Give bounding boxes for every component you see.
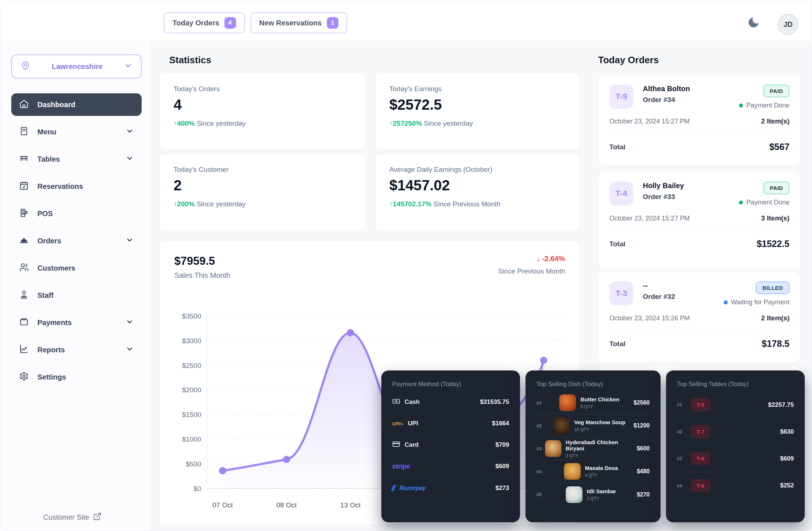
chart-point: [540, 357, 547, 364]
today-orders-count-badge: 4: [224, 17, 236, 29]
moon-icon: [747, 25, 760, 30]
dish-row: #5 Idli Sambar3 QTY $270: [536, 483, 650, 506]
sidebar-item-staff[interactable]: Staff: [11, 284, 142, 307]
table-rank-row: #3T-8 $609: [677, 445, 794, 472]
customer-site-link[interactable]: Customer Site: [43, 512, 102, 523]
today-orders-button-label: Today Orders: [172, 19, 219, 27]
total-label: Total: [609, 340, 625, 348]
sidebar-item-menu[interactable]: Menu: [11, 121, 142, 143]
sidebar-divider: [0, 88, 150, 88]
sidebar-item-customers[interactable]: Customers: [11, 257, 142, 279]
sidebar: Lawrenceshire Dashboard Menu Tables: [0, 41, 151, 531]
stat-delta: ↑145702.17% Since Previous Month: [389, 200, 566, 208]
stat-card-todays-earnings: Today's Earnings $2572.5 ↑257250% Since …: [375, 73, 580, 150]
order-card[interactable]: T-9 Althea Bolton Order #34 PAID Payment…: [598, 75, 801, 166]
dashboard-app: Today Orders 4 New Reservations 1 JD Law…: [0, 0, 812, 531]
order-card[interactable]: T-4 Holly Bailey Order #33 PAID Payment …: [598, 172, 801, 269]
panel-title: Top Selling Dish (Today): [536, 381, 650, 388]
divider: [609, 230, 789, 231]
sidebar-item-orders[interactable]: Orders: [11, 230, 142, 252]
payment-method-row: Card $709: [392, 434, 509, 456]
svg-text:$3000: $3000: [182, 337, 201, 345]
sales-delta-period: Since Previous Month: [498, 267, 565, 275]
order-items-count: 2 Item(s): [761, 117, 789, 125]
stat-label: Today's Orders: [174, 85, 352, 93]
map-pin-icon: [21, 61, 30, 72]
order-card[interactable]: T-3 -- Order #32 BILLED Waiting for Paym…: [598, 272, 801, 362]
payment-state: Payment Done: [739, 102, 789, 109]
today-orders-title: Today Orders: [598, 54, 659, 66]
order-datetime: October 23, 2024 15:27 PM: [609, 215, 690, 222]
total-label: Total: [609, 143, 625, 151]
user-avatar[interactable]: JD: [778, 14, 799, 35]
dish-row: #4 Masala Dosa4 QTY $480: [536, 460, 650, 483]
sidebar-item-label: Tables: [37, 155, 60, 163]
chevron-down-icon: [126, 127, 134, 137]
payment-state: Payment Done: [739, 199, 789, 206]
sidebar-item-label: Payments: [37, 319, 72, 327]
table-badge: T-4: [609, 182, 633, 206]
new-reservations-button-label: New Reservations: [259, 19, 322, 27]
up-arrow-icon: ↑: [174, 200, 177, 208]
dish-photo: [553, 417, 570, 434]
svg-text:$1000: $1000: [182, 435, 201, 443]
dark-mode-toggle[interactable]: [746, 15, 762, 31]
sidebar-item-label: Dashboard: [37, 101, 75, 109]
table-badge: T-9: [609, 85, 633, 109]
stripe-logo: stripe: [392, 463, 410, 470]
stat-label: Average Daily Earnings (October): [389, 166, 566, 174]
up-arrow-icon: ↑: [389, 119, 393, 127]
gear-icon: [19, 372, 29, 383]
sidebar-item-pos[interactable]: POS: [11, 202, 142, 225]
status-dot: [739, 104, 743, 108]
sales-delta: ↓ -2.64%: [498, 255, 565, 263]
sales-chart-header: $7959.5 Sales This Month ↓ -2.64% Since …: [160, 242, 580, 280]
payment-method-panel: Payment Method (Today) Cash $31535.75 UP…: [381, 370, 520, 522]
order-number: Order #32: [643, 293, 675, 301]
panel-title: Payment Method (Today): [392, 381, 509, 388]
divider: [609, 133, 789, 134]
stat-card-todays-orders: Today's Orders 4 ↑400% Since yesterday: [159, 73, 366, 150]
chart-point: [219, 467, 226, 474]
razorpay-logo: [391, 485, 397, 491]
sidebar-item-label: Staff: [37, 291, 53, 300]
payment-method-row: Cash $31535.75: [392, 392, 509, 413]
svg-text:08 Oct: 08 Oct: [276, 501, 297, 509]
sidebar-item-payments[interactable]: Payments: [11, 311, 142, 334]
svg-text:$2000: $2000: [182, 386, 201, 394]
sidebar-item-reservations[interactable]: Reservations: [11, 175, 142, 198]
dish-row: #3 Hyderabadi Chicken Biryani2 QTY $600: [536, 437, 650, 460]
sidebar-item-dashboard[interactable]: Dashboard: [11, 93, 142, 116]
today-orders-button[interactable]: Today Orders 4: [164, 12, 245, 33]
chart-point: [283, 456, 290, 463]
card-icon: [392, 440, 400, 450]
table-rank-row: #4T-6 $252: [677, 472, 794, 499]
staff-person-icon: [19, 290, 29, 301]
stat-delta: ↑400% Since yesterday: [174, 119, 352, 127]
sidebar-item-reports[interactable]: Reports: [11, 339, 142, 361]
dish-photo: [566, 486, 582, 503]
chevron-down-icon: [126, 154, 134, 164]
stat-delta: ↑200% Since yesterday: [174, 200, 352, 208]
chart-point: [347, 329, 354, 336]
location-label: Lawrenceshire: [30, 62, 124, 71]
table-badge: T-6: [691, 479, 710, 493]
new-reservations-button[interactable]: New Reservations 1: [251, 12, 347, 33]
table-badge: T-7: [691, 425, 710, 438]
customer-site-label: Customer Site: [43, 513, 89, 522]
order-number: Order #34: [643, 96, 690, 104]
sidebar-item-tables[interactable]: Tables: [11, 148, 142, 170]
sidebar-item-settings[interactable]: Settings: [11, 366, 142, 388]
topbar: Today Orders 4 New Reservations 1 JD: [0, 0, 812, 41]
payment-method-row: stripe $609: [392, 456, 509, 477]
order-items-count: 2 Item(s): [761, 314, 789, 322]
topbar-buttons: Today Orders 4 New Reservations 1: [164, 12, 347, 33]
cash-icon: [392, 397, 400, 407]
sidebar-item-label: Reports: [37, 346, 65, 354]
sidebar-item-label: Reservations: [37, 182, 83, 191]
dish-row: #2 Veg Manchow Soup10 QTY $1200: [536, 414, 650, 437]
location-selector[interactable]: Lawrenceshire: [11, 54, 142, 78]
table-rank-row: #1T-5 $2257.75: [677, 392, 794, 418]
dish-photo: [545, 440, 561, 457]
svg-text:$500: $500: [186, 460, 201, 468]
